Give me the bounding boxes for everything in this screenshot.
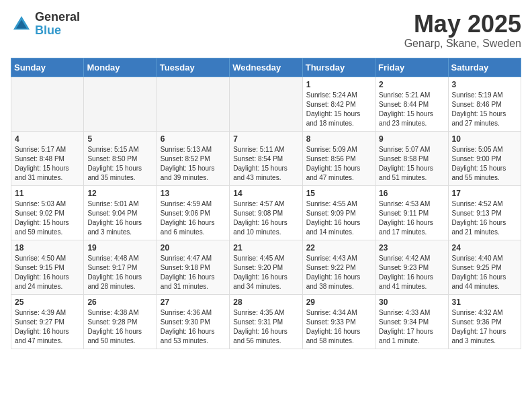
day-number: 12 — [87, 189, 152, 198]
day-number: 15 — [306, 189, 371, 198]
day-info: Sunrise: 4:39 AM Sunset: 9:27 PM Dayligh… — [15, 308, 80, 346]
day-number: 6 — [161, 134, 226, 144]
calendar-cell — [230, 77, 302, 131]
day-number: 21 — [233, 243, 298, 253]
page-header: General Blue May 2025 Genarp, Skane, Swe… — [11, 11, 521, 50]
day-number: 30 — [379, 298, 444, 307]
day-info: Sunrise: 5:01 AM Sunset: 9:04 PM Dayligh… — [87, 199, 152, 237]
calendar-cell: 19Sunrise: 4:48 AM Sunset: 9:17 PM Dayli… — [84, 240, 157, 294]
day-number: 18 — [15, 243, 80, 253]
day-info: Sunrise: 4:32 AM Sunset: 9:36 PM Dayligh… — [452, 308, 517, 346]
calendar-week-5: 25Sunrise: 4:39 AM Sunset: 9:27 PM Dayli… — [11, 294, 521, 349]
day-number: 3 — [452, 80, 517, 89]
day-number: 22 — [306, 243, 371, 253]
month-title: May 2025 — [404, 11, 521, 38]
day-info: Sunrise: 4:43 AM Sunset: 9:22 PM Dayligh… — [306, 254, 371, 291]
day-info: Sunrise: 4:57 AM Sunset: 9:08 PM Dayligh… — [233, 199, 298, 237]
day-info: Sunrise: 4:42 AM Sunset: 9:23 PM Dayligh… — [379, 254, 444, 291]
calendar-cell: 7Sunrise: 5:11 AM Sunset: 8:54 PM Daylig… — [230, 131, 302, 185]
calendar-cell: 13Sunrise: 4:59 AM Sunset: 9:06 PM Dayli… — [157, 185, 229, 240]
calendar-cell: 20Sunrise: 4:47 AM Sunset: 9:18 PM Dayli… — [157, 240, 229, 294]
day-info: Sunrise: 4:33 AM Sunset: 9:34 PM Dayligh… — [379, 308, 444, 346]
day-info: Sunrise: 4:38 AM Sunset: 9:28 PM Dayligh… — [87, 308, 152, 346]
day-number: 13 — [161, 189, 226, 198]
logo-text: General Blue — [35, 11, 80, 38]
day-info: Sunrise: 4:40 AM Sunset: 9:25 PM Dayligh… — [452, 254, 517, 291]
calendar-cell: 1Sunrise: 5:24 AM Sunset: 8:42 PM Daylig… — [302, 77, 375, 131]
calendar-cell: 15Sunrise: 4:55 AM Sunset: 9:09 PM Dayli… — [302, 185, 375, 240]
day-number: 23 — [379, 243, 444, 253]
calendar-cell: 8Sunrise: 5:09 AM Sunset: 8:56 PM Daylig… — [302, 131, 375, 185]
weekday-header-row: SundayMondayTuesdayWednesdayThursdayFrid… — [11, 58, 521, 77]
calendar-week-2: 4Sunrise: 5:17 AM Sunset: 8:48 PM Daylig… — [11, 131, 521, 185]
day-info: Sunrise: 5:07 AM Sunset: 8:58 PM Dayligh… — [379, 145, 444, 183]
day-info: Sunrise: 5:03 AM Sunset: 9:02 PM Dayligh… — [15, 199, 80, 237]
calendar-cell: 18Sunrise: 4:50 AM Sunset: 9:15 PM Dayli… — [11, 240, 84, 294]
day-number: 9 — [379, 134, 444, 144]
day-number: 28 — [233, 298, 298, 307]
calendar-cell: 6Sunrise: 5:13 AM Sunset: 8:52 PM Daylig… — [157, 131, 229, 185]
day-number: 20 — [161, 243, 226, 253]
calendar-cell: 28Sunrise: 4:35 AM Sunset: 9:31 PM Dayli… — [230, 294, 302, 349]
calendar-cell: 24Sunrise: 4:40 AM Sunset: 9:25 PM Dayli… — [448, 240, 521, 294]
calendar-cell — [84, 77, 157, 131]
location: Genarp, Skane, Sweden — [404, 38, 521, 50]
day-info: Sunrise: 4:50 AM Sunset: 9:15 PM Dayligh… — [15, 254, 80, 291]
day-number: 24 — [452, 243, 517, 253]
day-number: 25 — [15, 298, 80, 307]
calendar-cell — [157, 77, 229, 131]
weekday-header-wednesday: Wednesday — [230, 58, 302, 77]
day-info: Sunrise: 5:24 AM Sunset: 8:42 PM Dayligh… — [306, 91, 371, 128]
calendar-cell: 27Sunrise: 4:36 AM Sunset: 9:30 PM Dayli… — [157, 294, 229, 349]
calendar-cell: 29Sunrise: 4:34 AM Sunset: 9:33 PM Dayli… — [302, 294, 375, 349]
calendar-cell: 17Sunrise: 4:52 AM Sunset: 9:13 PM Dayli… — [448, 185, 521, 240]
calendar-week-3: 11Sunrise: 5:03 AM Sunset: 9:02 PM Dayli… — [11, 185, 521, 240]
logo-icon — [11, 13, 32, 35]
weekday-header-friday: Friday — [375, 58, 448, 77]
day-number: 4 — [15, 134, 80, 144]
day-number: 26 — [87, 298, 152, 307]
day-info: Sunrise: 4:35 AM Sunset: 9:31 PM Dayligh… — [233, 308, 298, 346]
day-info: Sunrise: 4:45 AM Sunset: 9:20 PM Dayligh… — [233, 254, 298, 291]
day-number: 8 — [306, 134, 371, 144]
day-info: Sunrise: 4:48 AM Sunset: 9:17 PM Dayligh… — [87, 254, 152, 291]
calendar-cell: 30Sunrise: 4:33 AM Sunset: 9:34 PM Dayli… — [375, 294, 448, 349]
calendar-cell: 16Sunrise: 4:53 AM Sunset: 9:11 PM Dayli… — [375, 185, 448, 240]
day-info: Sunrise: 4:59 AM Sunset: 9:06 PM Dayligh… — [161, 199, 226, 237]
day-number: 27 — [161, 298, 226, 307]
calendar-cell: 2Sunrise: 5:21 AM Sunset: 8:44 PM Daylig… — [375, 77, 448, 131]
calendar-cell: 31Sunrise: 4:32 AM Sunset: 9:36 PM Dayli… — [448, 294, 521, 349]
day-info: Sunrise: 4:55 AM Sunset: 9:09 PM Dayligh… — [306, 199, 371, 237]
calendar-cell — [11, 77, 84, 131]
day-info: Sunrise: 5:05 AM Sunset: 9:00 PM Dayligh… — [452, 145, 517, 183]
weekday-header-saturday: Saturday — [448, 58, 521, 77]
calendar-cell: 9Sunrise: 5:07 AM Sunset: 8:58 PM Daylig… — [375, 131, 448, 185]
day-info: Sunrise: 5:15 AM Sunset: 8:50 PM Dayligh… — [87, 145, 152, 183]
calendar-cell: 5Sunrise: 5:15 AM Sunset: 8:50 PM Daylig… — [84, 131, 157, 185]
day-info: Sunrise: 5:09 AM Sunset: 8:56 PM Dayligh… — [306, 145, 371, 183]
calendar-week-1: 1Sunrise: 5:24 AM Sunset: 8:42 PM Daylig… — [11, 77, 521, 131]
calendar-table: SundayMondayTuesdayWednesdayThursdayFrid… — [11, 58, 521, 349]
day-number: 19 — [87, 243, 152, 253]
logo-blue-text: Blue — [35, 24, 80, 38]
day-info: Sunrise: 4:53 AM Sunset: 9:11 PM Dayligh… — [379, 199, 444, 237]
day-number: 11 — [15, 189, 80, 198]
calendar-cell: 11Sunrise: 5:03 AM Sunset: 9:02 PM Dayli… — [11, 185, 84, 240]
calendar-week-4: 18Sunrise: 4:50 AM Sunset: 9:15 PM Dayli… — [11, 240, 521, 294]
day-info: Sunrise: 4:52 AM Sunset: 9:13 PM Dayligh… — [452, 199, 517, 237]
weekday-header-thursday: Thursday — [302, 58, 375, 77]
day-info: Sunrise: 5:13 AM Sunset: 8:52 PM Dayligh… — [161, 145, 226, 183]
logo-general-text: General — [35, 11, 80, 24]
calendar-cell: 4Sunrise: 5:17 AM Sunset: 8:48 PM Daylig… — [11, 131, 84, 185]
weekday-header-sunday: Sunday — [11, 58, 84, 77]
weekday-header-tuesday: Tuesday — [157, 58, 229, 77]
weekday-header-monday: Monday — [84, 58, 157, 77]
day-number: 5 — [87, 134, 152, 144]
calendar-cell: 25Sunrise: 4:39 AM Sunset: 9:27 PM Dayli… — [11, 294, 84, 349]
day-number: 29 — [306, 298, 371, 307]
day-number: 1 — [306, 80, 371, 89]
day-number: 7 — [233, 134, 298, 144]
day-number: 2 — [379, 80, 444, 89]
calendar-cell: 21Sunrise: 4:45 AM Sunset: 9:20 PM Dayli… — [230, 240, 302, 294]
day-number: 14 — [233, 189, 298, 198]
